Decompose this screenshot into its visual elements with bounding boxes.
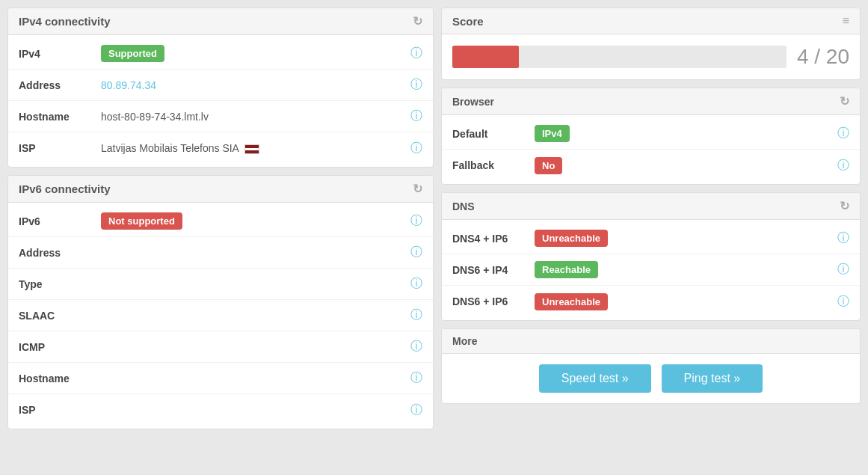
browser-refresh-icon[interactable]: ↻ [840,94,849,108]
ipv6-hostname-label: Hostname [19,373,101,384]
ipv6-icmp-label: ICMP [19,341,101,353]
dns4-ip6-help-icon[interactable]: ⓘ [837,230,849,246]
ipv4-body: IPv4 Supported ⓘ Address 80.89.74.34 ⓘ [8,35,433,167]
more-header: More [442,329,860,354]
ipv4-address-help-icon[interactable]: ⓘ [410,77,422,93]
dns-body: DNS4 + IP6 Unreachable ⓘ DNS6 + IP4 Reac… [442,220,860,320]
ipv6-type-row: Type ⓘ [8,269,433,300]
score-bar-track [452,46,787,68]
ipv4-card: IPv4 connectivity ↻ IPv4 Supported ⓘ Add… [7,7,434,168]
ipv6-value: Not supported [101,212,410,230]
speed-test-button[interactable]: Speed test » [539,364,651,393]
ipv6-address-label: Address [19,247,101,259]
score-body: 4 / 20 [442,34,860,79]
ipv6-slaac-help-icon[interactable]: ⓘ [410,307,422,323]
dns4-ip6-row: DNS4 + IP6 Unreachable ⓘ [442,223,860,254]
latvia-flag-icon [244,144,259,154]
ipv6-header: IPv6 connectivity ↻ [8,176,433,203]
more-title: More [452,335,477,347]
ipv6-card: IPv6 connectivity ↻ IPv6 Not supported ⓘ… [7,175,434,429]
ipv4-label: IPv4 [19,48,101,60]
dns6-ip4-row: DNS6 + IP4 Reachable ⓘ [442,254,860,286]
dns-header: DNS ↻ [442,193,860,220]
left-column: IPv4 connectivity ↻ IPv4 Supported ⓘ Add… [7,7,434,468]
browser-body: Default IPv4 ⓘ Fallback No ⓘ [442,115,860,184]
ipv4-hostname-row: Hostname host-80-89-74-34.lmt.lv ⓘ [8,101,433,132]
score-card: Score ≡ 4 / 20 [441,7,861,80]
score-bar-fill [452,46,519,68]
dns6-ip6-value: Unreachable [535,293,837,310]
ipv6-address-row: Address ⓘ [8,237,433,269]
browser-default-value: IPv4 [535,125,837,142]
ipv4-address-link[interactable]: 80.89.74.34 [101,79,156,91]
ipv6-slaac-row: SLAAC ⓘ [8,300,433,331]
score-bar-container: 4 / 20 [452,45,849,69]
browser-fallback-help-icon[interactable]: ⓘ [837,158,849,174]
ipv6-title: IPv6 connectivity [19,183,111,195]
ipv6-badge: Not supported [101,212,182,230]
browser-default-label: Default [452,128,535,140]
dns4-ip6-badge: Unreachable [535,230,608,247]
ipv6-type-label: Type [19,278,101,290]
dns6-ip4-value: Reachable [535,261,837,278]
dns6-ip6-row: DNS6 + IP6 Unreachable ⓘ [442,286,860,317]
ipv4-hostname-value: host-80-89-74-34.lmt.lv [101,111,410,123]
dns6-ip4-help-icon[interactable]: ⓘ [837,262,849,278]
ipv4-value: Supported [101,45,410,62]
browser-default-badge: IPv4 [535,125,570,142]
score-list-icon[interactable]: ≡ [843,14,849,28]
ipv6-isp-row: ISP ⓘ [8,394,433,426]
ipv4-hostname-help-icon[interactable]: ⓘ [410,108,422,124]
browser-fallback-row: Fallback No ⓘ [442,150,860,181]
ipv4-isp-label: ISP [19,142,101,154]
more-card: More Speed test » Ping test » [441,328,861,404]
ipv4-refresh-icon[interactable]: ↻ [413,14,422,28]
dns6-ip6-label: DNS6 + IP6 [452,295,535,307]
dns6-ip6-badge: Unreachable [535,293,608,310]
score-header: Score ≡ [442,8,860,34]
ipv6-hostname-help-icon[interactable]: ⓘ [410,370,422,386]
dns4-ip6-label: DNS4 + IP6 [452,233,535,245]
ipv6-body: IPv6 Not supported ⓘ Address ⓘ Type ⓘ [8,203,433,429]
ipv6-isp-label: ISP [19,404,101,416]
ipv6-type-help-icon[interactable]: ⓘ [410,276,422,292]
ipv4-title: IPv4 connectivity [19,15,111,28]
dns-refresh-icon[interactable]: ↻ [840,199,849,213]
score-title: Score [452,15,484,28]
ipv6-status-row: IPv6 Not supported ⓘ [8,206,433,237]
ipv4-isp-help-icon[interactable]: ⓘ [410,141,422,156]
ipv4-header: IPv4 connectivity ↻ [8,8,433,35]
dns-card: DNS ↻ DNS4 + IP6 Unreachable ⓘ DNS6 + IP… [441,192,861,321]
ipv6-isp-help-icon[interactable]: ⓘ [410,402,422,418]
browser-card: Browser ↻ Default IPv4 ⓘ Fallback No [441,88,861,185]
browser-fallback-value: No [535,157,837,174]
ipv6-slaac-label: SLAAC [19,310,101,322]
ipv6-icmp-help-icon[interactable]: ⓘ [410,339,422,355]
dns-title: DNS [452,200,475,212]
dns4-ip6-value: Unreachable [535,230,837,247]
browser-title: Browser [452,96,494,108]
ipv6-address-help-icon[interactable]: ⓘ [410,245,422,260]
dns6-ip6-help-icon[interactable]: ⓘ [837,294,849,310]
ipv4-status-row: IPv4 Supported ⓘ [8,38,433,70]
ipv6-help-icon[interactable]: ⓘ [410,213,422,229]
dns6-ip4-label: DNS6 + IP4 [452,264,535,276]
dns6-ip4-badge: Reachable [535,261,598,278]
ipv4-isp-value: Latvijas Mobilais Telefons SIA [101,142,410,154]
more-body: Speed test » Ping test » [442,354,860,403]
ipv4-hostname-label: Hostname [19,111,101,123]
right-column: Score ≡ 4 / 20 Browser ↻ De [441,7,861,468]
browser-header: Browser ↻ [442,88,860,115]
ipv6-label: IPv6 [19,215,101,227]
ipv4-address-row: Address 80.89.74.34 ⓘ [8,70,433,101]
browser-default-help-icon[interactable]: ⓘ [837,126,849,141]
ping-test-button[interactable]: Ping test » [662,364,763,393]
browser-fallback-label: Fallback [452,159,535,171]
main-container: IPv4 connectivity ↻ IPv4 Supported ⓘ Add… [0,0,868,475]
ipv4-isp-row: ISP Latvijas Mobilais Telefons SIA ⓘ [8,132,433,164]
ipv6-refresh-icon[interactable]: ↻ [413,182,422,196]
ipv4-help-icon[interactable]: ⓘ [410,46,422,61]
browser-default-row: Default IPv4 ⓘ [442,118,860,150]
browser-fallback-badge: No [535,157,562,174]
ipv4-badge: Supported [101,45,164,62]
